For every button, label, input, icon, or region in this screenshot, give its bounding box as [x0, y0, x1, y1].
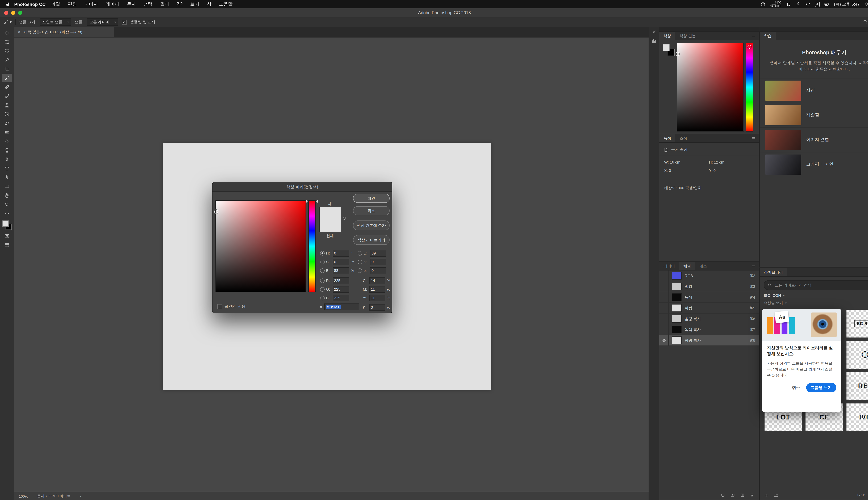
gradient-tool[interactable]: [2, 128, 12, 136]
menu-item-4[interactable]: 문자: [123, 1, 140, 7]
channel-row-2[interactable]: 녹색⌘4: [659, 292, 758, 303]
picker-field-R[interactable]: [333, 277, 349, 284]
color-libraries-button[interactable]: 색상 라이브러리: [353, 235, 390, 245]
library-item-0[interactable]: EC REP: [846, 310, 868, 338]
clone-stamp-tool[interactable]: [2, 101, 12, 109]
brush-tool[interactable]: [2, 92, 12, 100]
popup-confirm-button[interactable]: 그룹별 보기: [807, 383, 836, 393]
color-field-marker[interactable]: [676, 52, 679, 56]
blur-tool[interactable]: [2, 137, 12, 146]
crop-tool[interactable]: [2, 65, 12, 73]
foreground-color-swatch[interactable]: [2, 220, 9, 227]
quick-selection-tool[interactable]: [2, 56, 12, 64]
picker-radio-a[interactable]: [358, 260, 362, 264]
channel-visibility-toggle[interactable]: [659, 292, 669, 303]
menu-item-9[interactable]: 창: [203, 1, 215, 7]
hue-slider[interactable]: [746, 43, 753, 132]
channel-row-0[interactable]: RGB⌘2: [659, 271, 758, 281]
menu-item-8[interactable]: 보기: [186, 1, 203, 7]
zoom-level-field[interactable]: 100%: [19, 494, 28, 498]
search-icon[interactable]: [863, 20, 868, 25]
picker-field-B2[interactable]: [333, 295, 349, 301]
learn-item-0[interactable]: 사진›: [760, 78, 868, 103]
picker-field-L[interactable]: [370, 250, 386, 257]
apple-menu-icon[interactable]: [5, 2, 10, 7]
learn-item-2[interactable]: 이미지 결합›: [760, 128, 868, 152]
picker-field-marker[interactable]: [214, 210, 218, 214]
web-colors-only-checkbox[interactable]: [217, 304, 222, 309]
spotlight-icon[interactable]: [864, 2, 868, 7]
menu-item-1[interactable]: 편집: [64, 1, 81, 7]
datanamelearnpaneltabs-tab-0[interactable]: 학습: [760, 32, 776, 40]
picker-field-S[interactable]: [333, 259, 349, 265]
panel-menu-icon[interactable]: [749, 32, 758, 40]
expand-panels-icon[interactable]: [652, 30, 656, 34]
picker-field-G[interactable]: [333, 286, 349, 293]
load-selection-icon[interactable]: [720, 492, 725, 497]
popup-cancel-button[interactable]: 취소: [792, 385, 800, 390]
add-to-swatches-button[interactable]: 색상 견본에 추가: [353, 220, 390, 230]
eraser-tool[interactable]: [2, 119, 12, 127]
document-size-info[interactable]: 문서:7.66M/0 바이트: [37, 493, 71, 498]
picker-radio-b[interactable]: [358, 268, 362, 273]
web-gamut-cube-icon[interactable]: [342, 216, 346, 220]
datanamechannelspaneltabs-tab-1[interactable]: 채널: [679, 262, 695, 270]
panel-menu-icon[interactable]: [749, 262, 758, 270]
ok-button[interactable]: 확인: [353, 194, 390, 203]
fg-bg-mini-swatches[interactable]: [663, 44, 675, 57]
wifi-icon[interactable]: [805, 2, 810, 7]
learn-item-1[interactable]: 재손질›: [760, 103, 868, 128]
learn-item-3[interactable]: 그래픽 디자인›: [760, 152, 868, 177]
channel-row-6[interactable]: 파랑 복사⌘8: [659, 335, 758, 346]
sample-layers-dropdown[interactable]: 모든 레이어 ▾: [87, 19, 118, 26]
picker-radio-B2[interactable]: [320, 296, 324, 300]
channel-row-5[interactable]: 녹색 복사⌘7: [659, 324, 758, 335]
zoom-window-button[interactable]: [18, 11, 22, 15]
dodge-tool[interactable]: [2, 146, 12, 155]
menu-item-7[interactable]: 3D: [173, 1, 186, 7]
panel-menu-icon[interactable]: [749, 134, 758, 143]
picker-radio-R[interactable]: [320, 278, 324, 283]
library-search-input[interactable]: [774, 283, 868, 287]
minimize-window-button[interactable]: [11, 11, 15, 15]
delete-channel-icon[interactable]: [750, 492, 754, 497]
picker-radio-B[interactable]: [320, 268, 324, 273]
mini-foreground-swatch[interactable]: [663, 44, 670, 51]
histogram-panel-icon[interactable]: [652, 38, 656, 43]
bluetooth-icon[interactable]: [796, 2, 801, 7]
menu-item-6[interactable]: 필터: [157, 1, 173, 7]
picker-field-Y[interactable]: [369, 295, 385, 301]
menu-item-10[interactable]: 도움말: [215, 1, 237, 7]
picker-saturation-field[interactable]: [215, 200, 306, 292]
channel-visibility-toggle[interactable]: [659, 303, 669, 313]
quick-mask-button[interactable]: [2, 231, 12, 240]
shape-tool[interactable]: [2, 182, 12, 191]
channel-row-1[interactable]: 빨강⌘3: [659, 281, 758, 292]
hue-slider-marker[interactable]: [747, 45, 751, 49]
cancel-button[interactable]: 취소: [353, 206, 390, 215]
menu-item-0[interactable]: 파일: [47, 1, 64, 7]
tool-preset-picker[interactable]: ▾: [3, 20, 12, 25]
picker-field-K[interactable]: [369, 304, 385, 310]
picker-field-b[interactable]: [370, 267, 386, 274]
datanamepropertiespaneltabs-tab-1[interactable]: 조정: [675, 134, 691, 143]
updown-arrows-icon[interactable]: [786, 2, 791, 7]
channel-visibility-toggle[interactable]: [659, 314, 669, 324]
type-tool[interactable]: [2, 164, 12, 173]
datanamecolorpaneltabs-tab-0[interactable]: 색상: [659, 32, 675, 40]
library-item-5[interactable]: IVD: [846, 404, 868, 431]
input-source-indicator[interactable]: A: [815, 2, 820, 7]
add-content-icon[interactable]: [764, 492, 769, 497]
datanamechannelspaneltabs-tab-0[interactable]: 레이어: [659, 262, 679, 270]
menubar-clock[interactable]: (목) 오후 5:47: [834, 1, 860, 7]
menu-item-2[interactable]: 이미지: [81, 1, 102, 7]
status-menu-chevron[interactable]: ›: [80, 493, 81, 498]
path-selection-tool[interactable]: [2, 173, 12, 182]
channel-visibility-toggle[interactable]: [659, 324, 669, 335]
datanamechannelspaneltabs-tab-2[interactable]: 패스: [695, 262, 711, 270]
move-tool[interactable]: [2, 29, 12, 37]
eyedropper-tool[interactable]: [2, 73, 12, 82]
new-channel-icon[interactable]: [740, 492, 745, 497]
picker-field-C[interactable]: [369, 277, 385, 284]
hand-tool[interactable]: [2, 191, 12, 200]
